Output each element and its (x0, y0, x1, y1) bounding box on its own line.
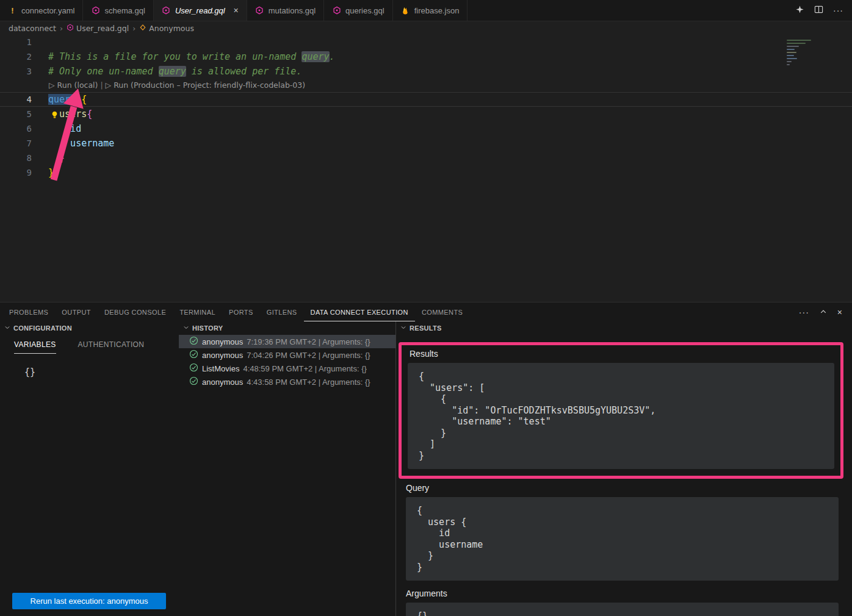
rerun-button[interactable]: Rerun last execution: anonymous (12, 593, 166, 609)
config-tab-variables[interactable]: VARIABLES (14, 340, 56, 354)
code-text: # Only one un-named query is allowed per… (42, 64, 301, 79)
panel-tab-data-connect-execution[interactable]: DATA CONNECT EXECUTION (304, 303, 415, 321)
panel-tab-output[interactable]: OUTPUT (55, 303, 98, 321)
breadcrumb-item-User_read.gql[interactable]: User_read.gql (67, 24, 129, 33)
tab-mutations.gql[interactable]: mutations.gql (247, 0, 324, 21)
code-text: id (42, 121, 81, 136)
breadcrumb-item-Anonymous[interactable]: Anonymous (139, 24, 194, 33)
panel-tab-problems[interactable]: PROBLEMS (2, 303, 55, 321)
check-icon (189, 363, 198, 374)
vscode-window: !connector.yamlschema.gqlUser_read.gql×m… (0, 0, 852, 302)
query-code-block: { users { id username }} (406, 497, 839, 581)
line-number: 7 (0, 136, 42, 151)
tab-label: schema.gql (104, 6, 145, 15)
panel-tab-comments[interactable]: COMMENTS (415, 303, 469, 321)
run-local-link[interactable]: ▷ Run (local) (49, 81, 98, 90)
history-item-name: ListMovies (202, 364, 239, 373)
tab-User_read.gql[interactable]: User_read.gql× (154, 0, 247, 21)
code-line-2: 2# This is a file for you to write an un… (0, 49, 852, 64)
history-header[interactable]: HISTORY (179, 321, 395, 335)
panel-actions: ··· × (799, 303, 852, 321)
lightbulb-icon[interactable] (50, 109, 59, 118)
history-item[interactable]: anonymous7:04:26 PM GMT+2 | Arguments: {… (179, 348, 395, 362)
arguments-label: Arguments (406, 589, 839, 598)
variables-editor[interactable]: {} (24, 367, 179, 378)
history-item-detail: 4:48:59 PM GMT+2 | Arguments: {} (243, 364, 366, 373)
history-item-name: anonymous (202, 378, 243, 387)
code-text: query { (42, 92, 87, 107)
code-text: } (42, 151, 65, 165)
panel-tab-terminal[interactable]: TERMINAL (173, 303, 222, 321)
code-text (42, 35, 48, 49)
run-production-link[interactable]: ▷ Run (Production – Project: friendly-fl… (106, 81, 306, 90)
code-line-6: 6 id (0, 121, 852, 136)
code-block-line: } (417, 562, 828, 573)
tab-strip: !connector.yamlschema.gqlUser_read.gql×m… (0, 0, 468, 21)
split-editor-icon[interactable] (814, 5, 823, 16)
configuration-header[interactable]: CONFIGURATION (0, 321, 179, 335)
editor-actions: ··· (787, 0, 852, 21)
code-line-8: 8 } (0, 151, 852, 165)
tab-label: mutations.gql (269, 6, 316, 15)
configuration-title: CONFIGURATION (13, 324, 72, 332)
history-section: HISTORY anonymous7:19:36 PM GMT+2 | Argu… (179, 321, 395, 616)
firebase-icon (401, 6, 410, 15)
configuration-section: CONFIGURATION VARIABLESAUTHENTICATION {}… (0, 321, 179, 616)
code-line-4: 4query { (0, 92, 852, 107)
line-number: 9 (0, 165, 42, 180)
query-label: Query (406, 483, 839, 493)
tab-connector.yaml[interactable]: !connector.yaml (0, 0, 83, 21)
line-number: 4 (0, 92, 42, 107)
line-number: 2 (0, 49, 42, 64)
code-line-3: 3# Only one un-named query is allowed pe… (0, 64, 852, 79)
line-number: 1 (0, 35, 42, 49)
chevron-down-icon (4, 324, 10, 332)
history-item[interactable]: anonymous4:43:58 PM GMT+2 | Arguments: {… (179, 375, 395, 389)
results-label: Results (410, 349, 834, 359)
more-actions-icon[interactable]: ··· (833, 5, 843, 16)
code-block-line: "username": "test" (419, 416, 823, 428)
panel-tab-ports[interactable]: PORTS (222, 303, 260, 321)
panel-tab-debug-console[interactable]: DEBUG CONSOLE (98, 303, 173, 321)
panel-tab-bar: PROBLEMSOUTPUTDEBUG CONSOLETERMINALPORTS… (0, 303, 852, 321)
breadcrumb-separator: › (60, 24, 63, 33)
history-item[interactable]: anonymous7:19:36 PM GMT+2 | Arguments: {… (179, 335, 395, 348)
code-area[interactable]: 12# This is a file for you to write an u… (0, 35, 852, 180)
tab-schema.gql[interactable]: schema.gql (83, 0, 153, 21)
config-tab-authentication[interactable]: AUTHENTICATION (78, 340, 145, 354)
breadcrumb-label: dataconnect (9, 24, 56, 33)
results-json-block: { "users": [ { "id": "OrTucFODZHTksvBSBU… (408, 363, 834, 469)
code-block-line: username (417, 539, 828, 551)
tab-firebase.json[interactable]: firebase.json (393, 0, 468, 21)
panel-more-icon[interactable]: ··· (799, 307, 809, 318)
results-header[interactable]: RESULTS (396, 321, 852, 335)
tab-label: queries.gql (345, 6, 384, 15)
code-block-line: } (419, 450, 823, 462)
code-line-5: 5 users{ (0, 107, 852, 121)
line-number: 3 (0, 64, 42, 79)
code-block-line: ] (419, 439, 823, 450)
code-block-line: "id": "OrTucFODZHTksvBSBU5gYUBU2S3V", (419, 405, 823, 417)
configuration-tabs: VARIABLESAUTHENTICATION (14, 340, 179, 354)
panel-close-icon[interactable]: × (837, 307, 843, 318)
code-block-line: { (419, 393, 823, 405)
results-content: Results { "users": [ { "id": "OrTucFODZH… (396, 335, 852, 616)
history-item[interactable]: ListMovies4:48:59 PM GMT+2 | Arguments: … (179, 362, 395, 375)
results-highlight-annotation: Results { "users": [ { "id": "OrTucFODZH… (399, 342, 843, 479)
breadcrumb-item-dataconnect[interactable]: dataconnect (9, 24, 56, 33)
sparkle-icon[interactable] (795, 5, 804, 16)
check-icon (189, 349, 198, 360)
code-text: users{ (42, 107, 92, 121)
code-line-1: 1 (0, 35, 852, 49)
tab-label: connector.yaml (21, 6, 74, 15)
panel-tab-gitlens[interactable]: GITLENS (260, 303, 304, 321)
panel-maximize-icon[interactable] (820, 307, 827, 318)
tab-queries.gql[interactable]: queries.gql (324, 0, 393, 21)
results-title: RESULTS (410, 324, 442, 332)
arguments-code-block: {} (406, 603, 839, 616)
minimap[interactable] (785, 36, 852, 109)
graphql-icon (162, 6, 171, 15)
close-icon[interactable]: × (234, 6, 239, 15)
code-text: username (42, 136, 114, 151)
breadcrumb-label: Anonymous (149, 24, 194, 33)
